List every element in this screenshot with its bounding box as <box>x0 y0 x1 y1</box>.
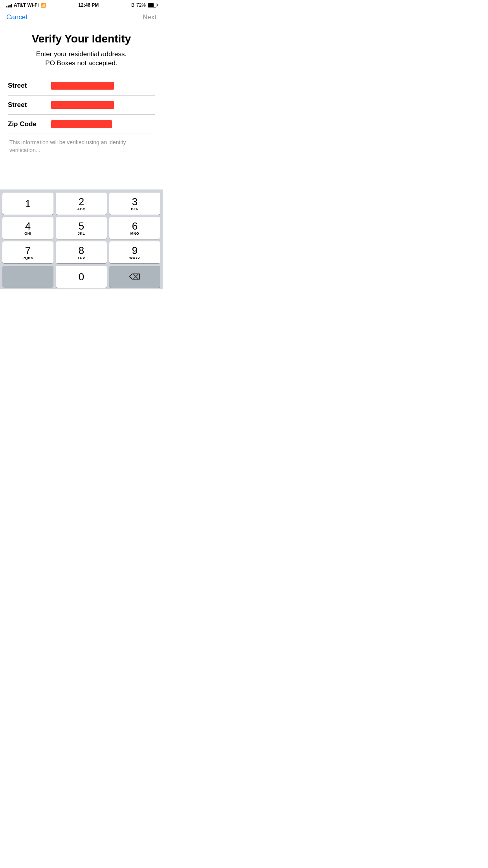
keyboard-row-1: 1 2 ABC 3 DEF <box>2 193 161 215</box>
key-9[interactable]: 9 WXYZ <box>109 241 160 263</box>
keyboard-row-bottom: 0 ⌫ <box>2 266 161 288</box>
signal-bar-2 <box>8 6 9 7</box>
key-6-letters: MNO <box>130 232 139 235</box>
keyboard-row-3: 7 PQRS 8 TUV 9 WXYZ <box>2 241 161 263</box>
key-3[interactable]: 3 DEF <box>109 193 160 215</box>
key-6[interactable]: 6 MNO <box>109 217 160 239</box>
carrier-label: AT&T Wi-Fi <box>14 2 39 8</box>
zipcode-value-redacted <box>51 120 112 128</box>
nav-bar: Cancel Next <box>0 9 163 26</box>
key-2-letters: ABC <box>77 207 86 211</box>
street1-label: Street <box>8 82 43 90</box>
key-5[interactable]: 5 JKL <box>56 217 107 239</box>
status-left: AT&T Wi-Fi 📶 <box>6 2 46 8</box>
next-button[interactable]: Next <box>143 13 156 21</box>
status-time: 12:46 PM <box>78 2 99 8</box>
key-8-letters: TUV <box>77 256 85 260</box>
key-2-number: 2 <box>79 197 84 207</box>
address-form: Street Street Zip Code <box>8 76 155 134</box>
zipcode-label: Zip Code <box>8 120 43 128</box>
key-0[interactable]: 0 <box>56 266 107 288</box>
key-7-letters: PQRS <box>22 256 33 260</box>
disclaimer-text: This information will be verified using … <box>8 134 155 159</box>
key-5-letters: JKL <box>78 232 85 235</box>
delete-icon: ⌫ <box>129 272 140 281</box>
key-1[interactable]: 1 <box>2 193 53 215</box>
key-4-number: 4 <box>25 221 31 231</box>
battery-icon <box>148 3 156 7</box>
key-5-number: 5 <box>79 221 84 231</box>
wifi-icon: 📶 <box>40 3 46 8</box>
signal-bars <box>6 3 12 7</box>
key-2[interactable]: 2 ABC <box>56 193 107 215</box>
street2-label: Street <box>8 101 43 109</box>
key-1-number: 1 <box>25 199 31 209</box>
key-3-letters: DEF <box>131 207 139 211</box>
key-4[interactable]: 4 GHI <box>2 217 53 239</box>
page-subtitle: Enter your residential address.PO Boxes … <box>8 50 155 68</box>
key-4-letters: GHI <box>24 232 31 235</box>
numeric-keyboard: 1 2 ABC 3 DEF 4 GHI 5 JKL 6 MNO 7 PQRS <box>0 189 163 289</box>
status-bar: AT&T Wi-Fi 📶 12:46 PM B 72% <box>0 0 163 9</box>
status-right: B 72% <box>131 2 156 8</box>
page-title: Verify Your Identity <box>8 32 155 46</box>
cancel-button[interactable]: Cancel <box>6 13 27 21</box>
key-empty <box>2 266 53 288</box>
delete-button[interactable]: ⌫ <box>109 266 160 288</box>
key-7[interactable]: 7 PQRS <box>2 241 53 263</box>
bluetooth-icon: B <box>131 2 134 8</box>
main-content: Verify Your Identity Enter your resident… <box>0 26 163 159</box>
key-0-number: 0 <box>79 272 84 282</box>
form-row-street2: Street <box>8 96 155 115</box>
key-7-number: 7 <box>25 245 31 256</box>
signal-bar-4 <box>11 4 12 7</box>
key-9-letters: WXYZ <box>129 256 140 260</box>
street2-value-redacted <box>51 101 114 109</box>
street1-value-redacted <box>51 82 114 90</box>
key-6-number: 6 <box>132 221 138 231</box>
battery-fill <box>148 3 154 7</box>
keyboard-row-2: 4 GHI 5 JKL 6 MNO <box>2 217 161 239</box>
key-9-number: 9 <box>132 245 138 256</box>
key-8-number: 8 <box>79 245 84 256</box>
key-3-number: 3 <box>132 197 138 207</box>
signal-bar-3 <box>9 5 11 7</box>
form-row-zipcode: Zip Code <box>8 115 155 134</box>
form-row-street1: Street <box>8 76 155 96</box>
key-8[interactable]: 8 TUV <box>56 241 107 263</box>
signal-bar-1 <box>6 6 7 7</box>
battery-percentage: 72% <box>136 2 146 8</box>
